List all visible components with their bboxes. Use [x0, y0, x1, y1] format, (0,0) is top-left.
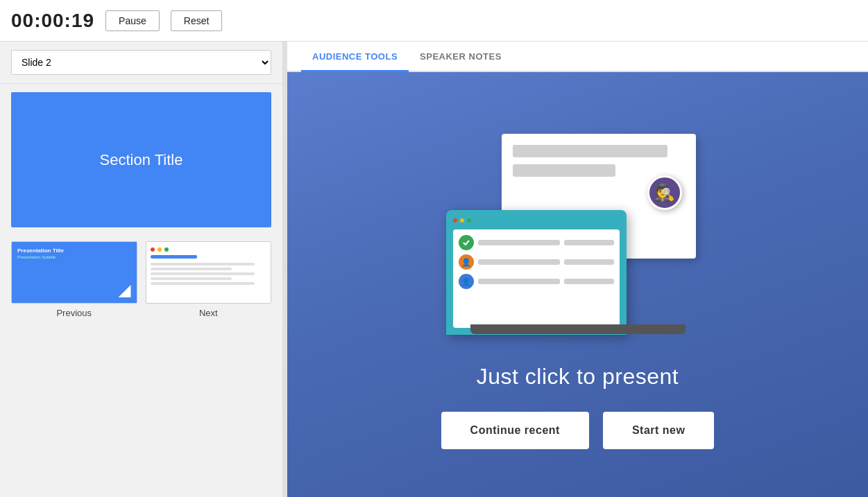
- dfi-row-1: [459, 235, 614, 250]
- current-slide-preview[interactable]: Section Title: [11, 92, 271, 227]
- prev-thumb-title: Presentation Title: [17, 247, 131, 254]
- top-bar: 00:00:19 Pause Reset: [0, 0, 868, 42]
- device-front-inner: 👤 👤: [453, 229, 620, 328]
- tagline: Just click to present: [477, 364, 679, 390]
- next-line-1: [151, 263, 255, 265]
- pause-button[interactable]: Pause: [105, 10, 160, 31]
- reset-button[interactable]: Reset: [171, 10, 223, 31]
- prev-slide-item[interactable]: Presentation Title Presentation Subtitle…: [11, 241, 137, 318]
- traffic-red: [151, 247, 155, 252]
- dfi-line-3b: [564, 279, 613, 284]
- start-new-button[interactable]: Start new: [603, 412, 715, 449]
- timer-display: 00:00:19: [11, 10, 94, 32]
- next-slide-item[interactable]: Next: [146, 241, 272, 318]
- tabs-bar: AUDIENCE TOOLS SPEAKER NOTES: [287, 42, 868, 72]
- left-panel: Slide 1 Slide 2 Slide 3 Slide 4 Section …: [0, 42, 283, 497]
- tab-audience-tools[interactable]: AUDIENCE TOOLS: [301, 42, 409, 72]
- dfi-row-3: 👤: [459, 274, 614, 289]
- dfi-row-2: 👤: [459, 254, 614, 270]
- dfi-line-3: [478, 279, 561, 284]
- nav-slides: Presentation Title Presentation Subtitle…: [0, 236, 282, 329]
- front-td-green: [467, 218, 471, 223]
- next-thumb-bg: [146, 242, 271, 303]
- next-line-4: [151, 277, 232, 280]
- back-bar-1: [513, 145, 667, 157]
- laptop-base: [470, 324, 686, 334]
- tab-speaker-notes[interactable]: SPEAKER NOTES: [409, 42, 513, 72]
- dfi-line-2: [478, 259, 561, 265]
- dfi-avatar-1: 👤: [459, 254, 474, 270]
- dfi-line-2b: [564, 259, 613, 265]
- next-slide-thumb: [146, 241, 272, 304]
- continue-recent-button[interactable]: Continue recent: [441, 412, 589, 449]
- front-td-red: [453, 218, 457, 223]
- slide-select[interactable]: Slide 1 Slide 2 Slide 3 Slide 4: [11, 50, 271, 75]
- back-bar-2: [513, 164, 616, 177]
- next-line-5: [151, 282, 255, 285]
- next-line-3: [151, 272, 255, 275]
- prev-thumb-bg: Presentation Title Presentation Subtitle: [12, 242, 137, 303]
- traffic-green: [164, 247, 169, 252]
- traffic-lights: [151, 246, 267, 253]
- traffic-yellow: [158, 247, 162, 252]
- slide-selector-wrapper: Slide 1 Slide 2 Slide 3 Slide 4: [0, 42, 282, 84]
- illustration: 👤 👤 🕵️: [439, 120, 717, 342]
- current-slide-title: Section Title: [100, 151, 183, 169]
- prev-thumb-sub: Presentation Subtitle: [17, 255, 131, 259]
- prev-slide-thumb: Presentation Title Presentation Subtitle: [11, 241, 137, 304]
- front-traffic-lights: [453, 217, 620, 224]
- front-td-yellow: [460, 218, 464, 223]
- device-front: 👤 👤: [446, 210, 627, 335]
- main-layout: Slide 1 Slide 2 Slide 3 Slide 4 Section …: [0, 42, 868, 497]
- prev-slide-label: Previous: [56, 308, 92, 318]
- floating-avatar: 🕵️: [647, 175, 682, 210]
- dfi-avatar-2: 👤: [459, 274, 474, 289]
- prev-thumb-corner: [119, 285, 131, 297]
- audience-content: 👤 👤 🕵️: [287, 72, 868, 497]
- next-line-2: [151, 268, 232, 270]
- prev-thumb-wrap: Presentation Title Presentation Subtitle: [17, 247, 131, 297]
- right-panel: AUDIENCE TOOLS SPEAKER NOTES: [287, 42, 868, 497]
- dfi-line-1b: [564, 240, 613, 245]
- next-slide-label: Next: [199, 308, 218, 318]
- dfi-line-1: [478, 240, 561, 245]
- next-bar-header: [151, 255, 197, 259]
- cta-row: Continue recent Start new: [441, 412, 715, 449]
- dfi-check-icon: [459, 235, 474, 250]
